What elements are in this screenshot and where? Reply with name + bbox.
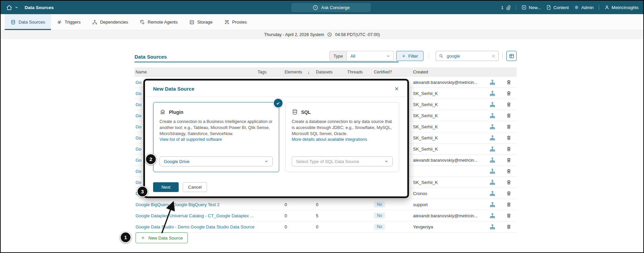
delete-icon[interactable] <box>506 91 511 96</box>
filter-button[interactable]: Filter <box>396 51 423 61</box>
tab-proxies[interactable]: Proxies <box>218 14 253 30</box>
puzzle-icon <box>159 109 166 115</box>
attachment-count: 1 <box>501 5 503 10</box>
lineage-icon[interactable] <box>490 191 495 196</box>
lineage-icon[interactable] <box>490 180 495 185</box>
delete-icon[interactable] <box>506 213 511 218</box>
app-window: Data Sources Ask Concierge 1 New... <box>0 0 644 253</box>
attachments-button[interactable]: 1 <box>501 5 511 10</box>
lineage-icon[interactable] <box>490 91 495 96</box>
data-source-link[interactable]: Go <box>136 158 141 163</box>
delete-icon[interactable] <box>506 202 511 207</box>
cell-created: SK_Serhii_K <box>413 180 484 185</box>
tab-triggers[interactable]: Triggers <box>51 14 86 30</box>
user-menu-button[interactable]: MetricInsights <box>604 5 639 10</box>
delete-icon[interactable] <box>506 124 511 129</box>
tab-dependencies[interactable]: Dependencies <box>86 14 134 30</box>
gear-icon <box>574 5 579 10</box>
plugin-supported-software-link[interactable]: View list of all supported software <box>159 137 273 142</box>
search-input[interactable] <box>446 53 489 59</box>
tab-label: Triggers <box>65 20 81 25</box>
content-menu-button[interactable]: Content <box>546 5 569 10</box>
lineage-icon[interactable] <box>490 113 495 119</box>
tab-data-sources[interactable]: Data Sources <box>5 14 51 30</box>
cancel-button[interactable]: Cancel <box>183 182 207 192</box>
ask-concierge-button[interactable]: Ask Concierge <box>291 3 371 12</box>
cell-certified: No <box>374 213 413 219</box>
delete-icon[interactable] <box>506 168 511 174</box>
person-icon <box>604 5 610 10</box>
lineage-icon[interactable] <box>490 124 495 130</box>
sql-integrations-link[interactable]: More details about available integration… <box>292 137 393 142</box>
data-source-link[interactable]: Go <box>136 135 141 140</box>
data-source-link[interactable]: Google BigQuery - Google BigQuery Test 2 <box>136 202 219 207</box>
data-source-link[interactable]: Go <box>136 113 141 118</box>
tab-storage[interactable]: Storage <box>183 14 218 30</box>
column-header-elements[interactable]: Elements ↓ <box>285 70 316 75</box>
delete-icon[interactable] <box>506 135 511 140</box>
document-icon <box>546 5 551 10</box>
delete-icon[interactable] <box>506 80 511 85</box>
lineage-icon[interactable] <box>490 202 495 208</box>
chevron-down-icon[interactable] <box>14 5 19 9</box>
tab-label: Remote Agents <box>148 20 178 25</box>
cell-certified: No <box>374 201 413 208</box>
lineage-icon[interactable] <box>490 157 495 163</box>
cell-created: alexandr.baranovskiy@metricin... <box>413 158 484 163</box>
plugin-option-card[interactable]: Plugin Create a connection to a Business… <box>153 102 279 172</box>
delete-icon[interactable] <box>506 180 511 185</box>
sort-desc-icon[interactable]: ↓ <box>308 70 310 75</box>
clear-search-icon[interactable] <box>491 54 496 58</box>
system-date: Thursday - April 2, 2026 System <box>264 32 324 37</box>
delete-icon[interactable] <box>506 157 511 163</box>
step-3-badge: 3 <box>137 186 148 197</box>
sql-card-description: Create a database connection to any data… <box>292 119 393 137</box>
delete-icon[interactable] <box>506 191 511 196</box>
delete-icon[interactable] <box>506 146 511 152</box>
delete-icon[interactable] <box>506 224 511 229</box>
lineage-icon[interactable] <box>490 146 495 152</box>
data-source-link[interactable]: Go <box>136 102 141 107</box>
chevron-down-icon <box>384 159 388 163</box>
lineage-icon[interactable] <box>490 213 495 219</box>
lineage-icon[interactable] <box>490 168 495 174</box>
plus-square-icon <box>521 5 527 10</box>
sql-type-select[interactable]: Select Type of SQL Data Source <box>292 156 393 166</box>
data-source-link[interactable]: Go <box>136 147 141 152</box>
data-source-link[interactable]: Go <box>136 91 141 96</box>
lineage-icon[interactable] <box>490 224 495 230</box>
home-icon[interactable] <box>6 4 12 11</box>
type-select[interactable]: All <box>347 51 394 61</box>
sql-select-placeholder: Select Type of SQL Data Source <box>296 159 359 164</box>
new-menu-label: New... <box>529 5 541 10</box>
table-row: Google Dataplex Universal Catalog - CT_G… <box>135 210 517 221</box>
data-source-link[interactable]: Go <box>136 169 141 174</box>
close-icon[interactable] <box>394 86 399 91</box>
selected-check-icon <box>273 98 283 108</box>
lineage-icon[interactable] <box>490 80 495 85</box>
type-label: Type <box>329 51 347 61</box>
data-source-link[interactable]: Google Dataplex Universal Catalog - CT_G… <box>136 213 254 218</box>
lineage-icon[interactable] <box>490 135 495 141</box>
lineage-icon[interactable] <box>490 102 495 107</box>
sql-option-card[interactable]: SQL Create a database connection to any … <box>285 102 399 172</box>
admin-menu-button[interactable]: Admin <box>574 5 594 10</box>
column-settings-button[interactable] <box>506 51 517 61</box>
new-menu-button[interactable]: New... <box>521 5 541 10</box>
data-source-link[interactable]: Go <box>136 124 141 129</box>
user-menu-label: MetricInsights <box>612 5 639 10</box>
next-button[interactable]: Next <box>153 182 179 192</box>
data-source-link[interactable]: Google Data Studio - Demo Google Data St… <box>136 224 255 229</box>
delete-icon[interactable] <box>506 102 511 107</box>
column-header-created: Created <box>413 70 484 74</box>
new-data-source-button[interactable]: New Data Source <box>136 232 188 243</box>
ask-concierge-label: Ask Concierge <box>321 5 350 10</box>
data-source-link[interactable]: Go <box>136 80 141 85</box>
delete-icon[interactable] <box>506 113 511 118</box>
toolbar-divider <box>502 53 503 59</box>
tab-remote-agents[interactable]: Remote Agents <box>134 14 183 30</box>
data-source-link[interactable]: Go <box>136 180 141 185</box>
tab-label: Proxies <box>232 20 247 25</box>
plugin-type-select[interactable]: Google Drive <box>159 156 273 166</box>
cell-created: SK_Serhii_K <box>413 102 484 107</box>
